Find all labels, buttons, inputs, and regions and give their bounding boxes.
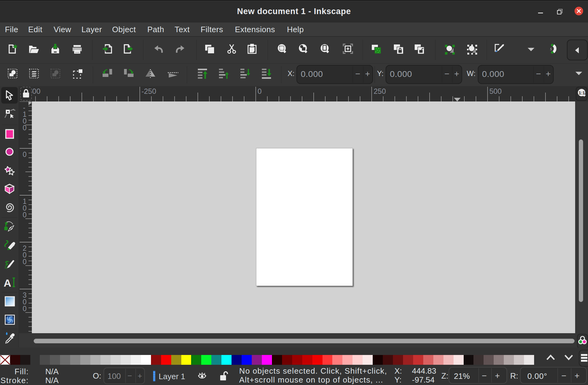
svg-text:500: 500 bbox=[489, 87, 502, 95]
svg-text:0: 0 bbox=[23, 211, 27, 219]
svg-text:-250: -250 bbox=[141, 87, 156, 95]
svg-text:0: 0 bbox=[258, 87, 262, 95]
svg-text:250: 250 bbox=[374, 87, 386, 95]
svg-text:0: 0 bbox=[23, 258, 27, 266]
svg-text:0: 0 bbox=[23, 305, 27, 313]
svg-text:s: s bbox=[550, 46, 552, 51]
svg-text:0: 0 bbox=[23, 151, 27, 158]
svg-text:A: A bbox=[4, 277, 11, 289]
svg-text:1:1: 1:1 bbox=[579, 90, 585, 95]
svg-text:0: 0 bbox=[23, 124, 27, 132]
